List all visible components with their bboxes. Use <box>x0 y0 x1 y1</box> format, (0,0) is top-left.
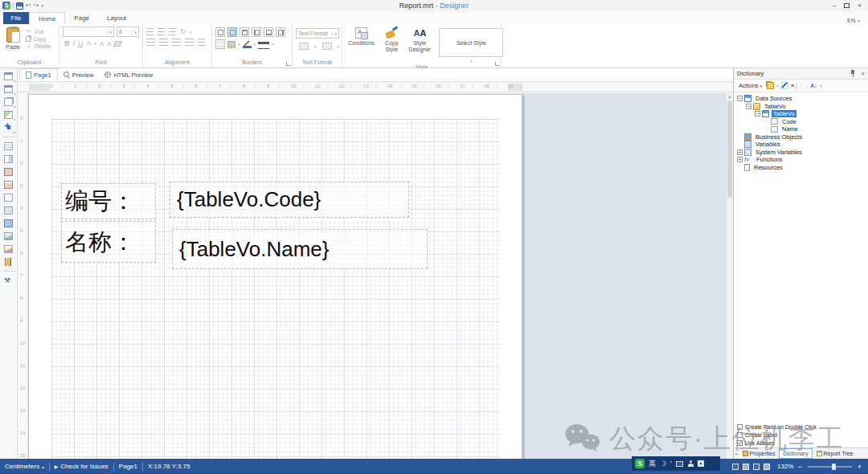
clear-format-icon[interactable] <box>113 41 122 47</box>
view-normal-icon[interactable] <box>732 464 739 470</box>
style-tools-icon[interactable]: ⚒ <box>2 275 16 286</box>
dropdown-arrow-icon[interactable]: ▾ <box>314 44 317 49</box>
view-layout-icon[interactable] <box>753 464 760 470</box>
expand-icon[interactable]: + <box>737 149 743 155</box>
chart-icon[interactable] <box>2 256 16 268</box>
ime-account-icon[interactable] <box>687 460 694 468</box>
collapse-icon[interactable]: − <box>746 104 751 109</box>
rotate-text-icon[interactable]: ↻ <box>180 28 186 35</box>
language-selector[interactable]: EN▾ <box>847 17 868 24</box>
text-format-select[interactable]: Text Format▾ <box>296 28 339 39</box>
close-button[interactable]: × <box>858 1 862 10</box>
panel-tab-report-tree[interactable]: Report Tree <box>813 448 857 459</box>
option-row[interactable]: ✓Use Aliases <box>737 439 866 447</box>
paste-button[interactable]: Paste <box>3 27 23 59</box>
expand-icon[interactable]: + <box>737 157 743 162</box>
tab-overflow-icon[interactable]: ▾ <box>735 452 738 456</box>
actions-button[interactable]: Actions▾ <box>736 80 764 91</box>
zoom-in-button[interactable]: + <box>858 463 862 471</box>
tab-preview[interactable]: Preview <box>58 68 100 81</box>
word-wrap-icon[interactable] <box>198 39 205 46</box>
conditions-button[interactable]: Conditions <box>346 27 377 63</box>
ime-moon-icon[interactable]: ☽ <box>660 459 666 468</box>
rich-text-icon[interactable] <box>2 166 16 178</box>
canvas-scrollbar[interactable]: ▲ <box>726 93 733 459</box>
text-icon[interactable] <box>2 141 16 152</box>
restore-button[interactable] <box>844 3 850 8</box>
dictionary-tree-item[interactable]: Code <box>734 118 868 126</box>
underline-button[interactable]: U <box>78 39 84 47</box>
clone-component-icon[interactable]: ▸ <box>2 96 16 108</box>
check-for-issues-button[interactable]: ▶ Check for Issues <box>55 463 108 470</box>
option-row[interactable]: Create Label <box>737 431 866 439</box>
move-down-icon[interactable]: ↓ <box>805 83 809 88</box>
dictionary-tree-item[interactable]: Name <box>734 125 868 133</box>
html-text-icon[interactable] <box>2 179 16 190</box>
tab-layout[interactable]: Layout <box>98 12 135 24</box>
zoom-slider-thumb[interactable] <box>832 464 836 470</box>
border-all-icon[interactable] <box>215 27 225 37</box>
pin-icon[interactable] <box>850 70 856 77</box>
dialog-launcher-icon[interactable] <box>495 62 499 66</box>
checkbox-checked-icon[interactable]: ✓ <box>737 440 743 446</box>
container-icon[interactable] <box>2 205 16 216</box>
tab-page[interactable]: Page <box>65 12 98 24</box>
style-designer-button[interactable]: AA Style Designer <box>406 27 433 63</box>
align-center-icon[interactable] <box>159 39 168 46</box>
font-color-button[interactable]: A <box>87 39 92 47</box>
dropdown-arrow-icon[interactable]: ▾ <box>95 41 97 46</box>
delete-item-icon[interactable]: × <box>791 82 795 89</box>
tab-html-preview[interactable]: HTML Preview <box>99 68 158 81</box>
border-bottom-icon[interactable] <box>264 27 273 37</box>
fill-color-icon[interactable] <box>227 41 235 48</box>
page-grid[interactable] <box>51 119 500 459</box>
view-page-break-icon[interactable] <box>743 464 749 470</box>
edit-item-icon[interactable] <box>781 82 788 89</box>
cross-band-icon[interactable]: ▸ <box>2 84 16 95</box>
align-left-icon[interactable] <box>146 39 155 46</box>
align-bottom-icon[interactable] <box>169 28 176 35</box>
text-label-name[interactable]: 名称： <box>61 221 156 263</box>
save-icon[interactable] <box>16 2 23 10</box>
format-condition-icon[interactable] <box>299 43 309 50</box>
move-up-icon[interactable]: ↑ <box>800 83 803 88</box>
option-row[interactable]: Create Field on Double Click <box>737 423 866 431</box>
dictionary-tree-item[interactable]: +System Variables <box>734 149 868 157</box>
dictionary-tree-item[interactable]: Business Objects <box>734 133 868 141</box>
font-size-select[interactable]: 8▾ <box>117 27 139 37</box>
sogou-icon[interactable]: S <box>635 459 645 468</box>
bold-button[interactable]: B <box>64 39 70 47</box>
text-label-code[interactable]: 编号： <box>61 183 156 219</box>
delete-button[interactable]: ×Delete <box>26 43 51 49</box>
ime-lang-indicator[interactable]: 英 <box>649 459 656 468</box>
report-page[interactable]: 编号：{TableVo.Code}名称：{TableVo.Name} <box>28 94 522 459</box>
italic-button[interactable]: I <box>73 39 76 47</box>
dropdown-arrow-icon[interactable]: ▾ <box>820 84 822 88</box>
dictionary-tree-item[interactable]: −TableVo <box>734 110 868 118</box>
card-icon[interactable] <box>2 218 16 229</box>
checkbox-icon[interactable] <box>737 424 743 430</box>
insert-band-icon[interactable]: ▸ <box>2 71 16 82</box>
dialog-launcher-icon[interactable] <box>286 62 290 66</box>
panel-icon[interactable] <box>2 192 16 203</box>
collapse-icon[interactable]: − <box>755 111 760 116</box>
ime-toolbox-icon[interactable] <box>698 460 704 467</box>
image-icon[interactable] <box>2 231 16 242</box>
view-thumbnail-icon[interactable] <box>764 464 770 470</box>
align-top-icon[interactable] <box>146 28 154 35</box>
border-left-icon[interactable] <box>252 27 261 37</box>
cut-button[interactable]: ✂Cut <box>26 28 51 35</box>
scroll-up-icon[interactable]: ▲ <box>727 93 733 100</box>
shape-icon[interactable]: ▸ <box>2 109 16 121</box>
components-icon[interactable]: ▸ <box>2 122 16 133</box>
picture-icon[interactable] <box>2 243 16 255</box>
new-item-icon[interactable] <box>767 82 774 89</box>
qat-more-icon[interactable]: ▾ <box>41 2 43 10</box>
text-in-cells-icon[interactable] <box>2 153 16 165</box>
dictionary-tree-item[interactable]: −Data Sources <box>734 95 868 103</box>
tab-file[interactable]: File <box>3 12 29 24</box>
dictionary-tree-item[interactable]: Resources <box>734 164 868 172</box>
tab-page1[interactable]: Page1 <box>19 68 58 81</box>
copy-style-button[interactable]: Copy Style <box>383 27 400 63</box>
units-selector[interactable]: Centimeters▴ <box>5 463 44 470</box>
